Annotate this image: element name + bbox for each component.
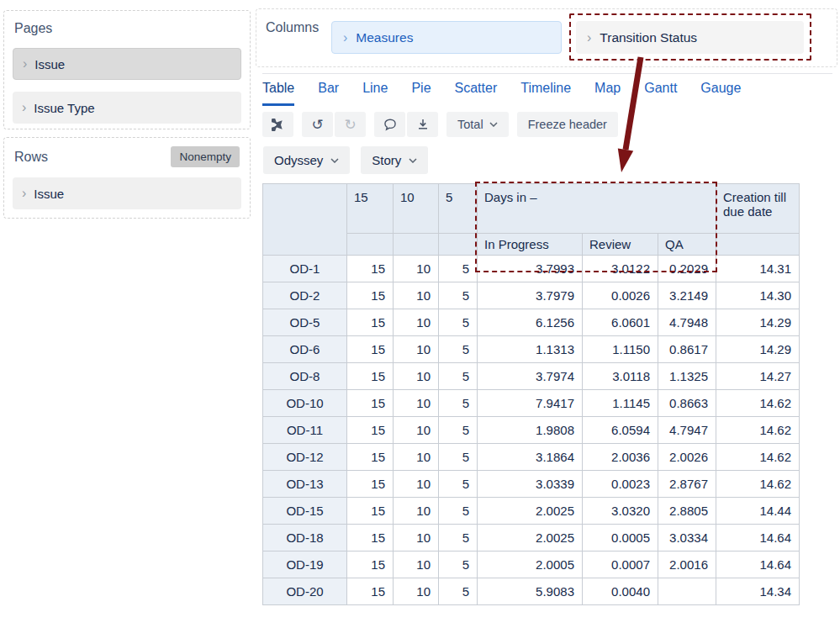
- tab-gauge[interactable]: Gauge: [700, 81, 741, 106]
- data-cell[interactable]: 5: [439, 551, 478, 578]
- tab-table[interactable]: Table: [262, 81, 294, 106]
- data-cell[interactable]: 1.1313: [478, 336, 583, 363]
- data-cell[interactable]: 10: [394, 309, 439, 336]
- sidebar-item-issue[interactable]: ›Issue: [13, 177, 241, 209]
- days-in-header[interactable]: Days in –: [478, 184, 716, 234]
- data-cell[interactable]: 3.0334: [658, 525, 716, 551]
- data-cell[interactable]: 10: [394, 363, 439, 390]
- data-cell[interactable]: 2.0025: [478, 498, 583, 525]
- data-cell[interactable]: 10: [394, 578, 439, 605]
- data-cell[interactable]: 0.0005: [583, 525, 658, 551]
- redo-button[interactable]: ↻: [335, 112, 366, 137]
- data-cell[interactable]: 15: [347, 363, 394, 390]
- subheader-qa[interactable]: QA: [658, 234, 716, 256]
- row-label[interactable]: OD-5: [263, 309, 347, 336]
- data-cell[interactable]: 3.0320: [583, 498, 658, 525]
- data-cell[interactable]: 5: [439, 471, 478, 498]
- data-cell[interactable]: 14.62: [716, 444, 800, 471]
- data-cell[interactable]: 3.2149: [658, 282, 716, 309]
- export-button[interactable]: [407, 112, 438, 137]
- tab-scatter[interactable]: Scatter: [455, 81, 498, 106]
- row-label[interactable]: OD-19: [263, 551, 347, 578]
- data-cell[interactable]: 6.0594: [583, 417, 658, 444]
- data-cell[interactable]: 1.9808: [478, 417, 583, 444]
- row-label[interactable]: OD-12: [263, 444, 347, 471]
- tab-line[interactable]: Line: [362, 81, 388, 106]
- data-cell[interactable]: 0.0007: [583, 551, 658, 578]
- data-cell[interactable]: 10: [394, 282, 439, 309]
- row-label[interactable]: OD-13: [263, 471, 347, 498]
- data-cell[interactable]: 6.1256: [478, 309, 583, 336]
- data-cell[interactable]: 10: [394, 471, 439, 498]
- data-cell[interactable]: 3.7979: [478, 282, 583, 309]
- data-cell[interactable]: 0.8663: [658, 390, 716, 417]
- tab-map[interactable]: Map: [594, 81, 621, 106]
- freeze-header-button[interactable]: Freeze header: [517, 112, 618, 137]
- creation-till-due-header[interactable]: Creation till due date: [716, 184, 800, 234]
- data-cell[interactable]: 5: [439, 417, 478, 444]
- filter-dropdown-odyssey[interactable]: Odyssey: [263, 146, 350, 174]
- data-cell[interactable]: 3.1864: [478, 444, 583, 471]
- data-cell[interactable]: 15: [347, 498, 394, 525]
- filter-dropdown-story[interactable]: Story: [361, 146, 428, 174]
- tab-timeline[interactable]: Timeline: [520, 81, 571, 106]
- sidebar-item-issue-type[interactable]: ›Issue Type: [13, 92, 241, 124]
- data-cell[interactable]: 14.62: [716, 390, 800, 417]
- data-cell[interactable]: 10: [394, 525, 439, 551]
- data-cell[interactable]: 5: [439, 444, 478, 471]
- subheader-in-progress[interactable]: In Progress: [478, 234, 583, 256]
- data-cell[interactable]: 3.0122: [583, 256, 658, 282]
- subheader-review[interactable]: Review: [583, 234, 658, 256]
- data-cell[interactable]: 5: [439, 390, 478, 417]
- data-cell[interactable]: 10: [394, 444, 439, 471]
- total-button[interactable]: Total: [446, 112, 509, 137]
- data-cell[interactable]: 0.8617: [658, 336, 716, 363]
- data-cell[interactable]: 0.0026: [583, 282, 658, 309]
- data-cell[interactable]: 2.0005: [478, 551, 583, 578]
- data-cell[interactable]: 2.8805: [658, 498, 716, 525]
- data-cell[interactable]: 14.62: [716, 417, 800, 444]
- data-cell[interactable]: 1.1145: [583, 390, 658, 417]
- data-cell[interactable]: 15: [347, 256, 394, 282]
- data-cell[interactable]: 14.62: [716, 471, 800, 498]
- column-header-5[interactable]: 5: [439, 184, 478, 234]
- data-cell[interactable]: 5: [439, 363, 478, 390]
- data-cell[interactable]: 5.9083: [478, 578, 583, 605]
- data-cell[interactable]: 2.0016: [658, 551, 716, 578]
- row-label[interactable]: OD-18: [263, 525, 347, 551]
- data-cell[interactable]: 2.0025: [478, 525, 583, 551]
- data-cell[interactable]: 1.1325: [658, 363, 716, 390]
- row-label[interactable]: OD-6: [263, 336, 347, 363]
- data-cell[interactable]: 14.27: [716, 363, 800, 390]
- row-label[interactable]: OD-1: [263, 256, 347, 282]
- data-cell[interactable]: 5: [439, 498, 478, 525]
- row-label[interactable]: OD-11: [263, 417, 347, 444]
- row-label[interactable]: OD-15: [263, 498, 347, 525]
- data-cell[interactable]: 15: [347, 551, 394, 578]
- swap-axes-button[interactable]: [262, 112, 293, 137]
- row-label[interactable]: OD-8: [263, 363, 347, 390]
- data-cell[interactable]: 14.34: [716, 578, 800, 605]
- data-cell[interactable]: 6.0601: [583, 309, 658, 336]
- row-label[interactable]: OD-20: [263, 578, 347, 605]
- data-cell[interactable]: 14.30: [716, 282, 800, 309]
- data-cell[interactable]: 5: [439, 336, 478, 363]
- comment-button[interactable]: [374, 112, 405, 137]
- data-cell[interactable]: 2.8767: [658, 471, 716, 498]
- data-cell[interactable]: 15: [347, 282, 394, 309]
- data-cell[interactable]: 0.0040: [583, 578, 658, 605]
- data-cell[interactable]: 10: [394, 256, 439, 282]
- measures-pill[interactable]: › Measures: [331, 21, 562, 54]
- data-cell[interactable]: 10: [394, 336, 439, 363]
- sidebar-item-issue[interactable]: ›Issue: [13, 48, 241, 80]
- data-cell[interactable]: 14.44: [716, 498, 800, 525]
- data-cell[interactable]: 14.29: [716, 336, 800, 363]
- column-header-10[interactable]: 10: [394, 184, 439, 234]
- data-cell[interactable]: 3.7993: [478, 256, 583, 282]
- nonempty-toggle[interactable]: Nonempty: [171, 146, 240, 167]
- data-cell[interactable]: 15: [347, 578, 394, 605]
- data-cell[interactable]: 5: [439, 256, 478, 282]
- data-cell[interactable]: 4.7948: [658, 309, 716, 336]
- row-label[interactable]: OD-10: [263, 390, 347, 417]
- data-cell[interactable]: 1.1150: [583, 336, 658, 363]
